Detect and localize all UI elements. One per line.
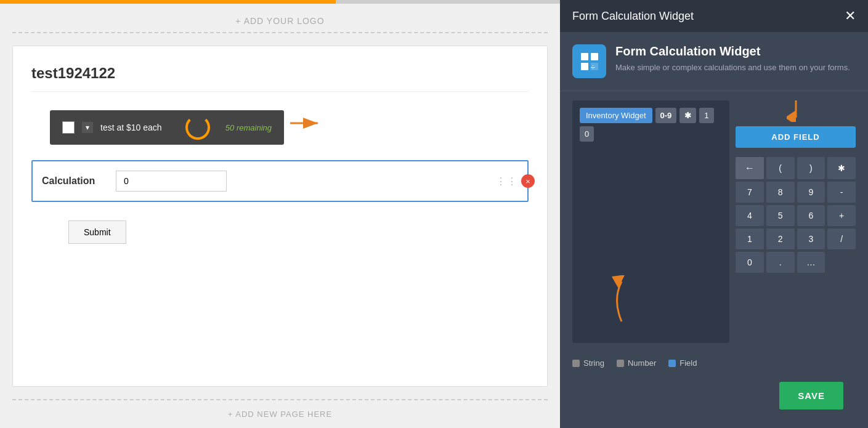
widget-name: Form Calculation Widget xyxy=(615,44,850,59)
submit-button[interactable]: Submit xyxy=(68,220,126,244)
legend-field: Field xyxy=(668,358,697,368)
widget-desc-text: Make simple or complex calculations and … xyxy=(615,62,850,73)
key-ellipsis[interactable]: … xyxy=(797,252,825,273)
up-arrow-svg xyxy=(606,275,637,325)
calculator-area: Inventory Widget 0-9 ✱ 1 0 xyxy=(560,91,868,352)
calc-input[interactable] xyxy=(116,171,227,192)
legend-field-label: Field xyxy=(679,358,697,368)
legend-string-label: String xyxy=(583,358,604,368)
calculation-row: Calculation ⋮⋮ × xyxy=(31,160,529,202)
drag-dots: ⋮⋮ xyxy=(496,176,518,187)
add-page-text[interactable]: + ADD NEW PAGE HERE xyxy=(228,410,332,419)
key-8[interactable]: 8 xyxy=(766,182,795,203)
down-arrow-svg xyxy=(787,100,805,122)
key-empty xyxy=(827,252,856,273)
legend-number-label: Number xyxy=(628,358,656,368)
formula-arrow-annotation xyxy=(606,275,637,325)
add-field-button[interactable]: ADD FIELD xyxy=(736,126,856,148)
delete-btn[interactable]: × xyxy=(521,174,535,188)
inventory-field: ▾ test at $10 each 50 remaining xyxy=(50,110,284,145)
svg-text:÷: ÷ xyxy=(591,63,595,71)
legend-string: String xyxy=(572,358,604,368)
add-field-arrow: ADD FIELD xyxy=(736,100,856,151)
remaining-text: 50 remaining xyxy=(225,123,272,132)
token-1[interactable]: 1 xyxy=(699,108,713,123)
formula-tokens: Inventory Widget 0-9 ✱ 1 0 xyxy=(580,108,722,142)
key-1[interactable]: 1 xyxy=(736,228,764,249)
panel-title: Form Calculation Widget xyxy=(572,10,694,23)
key-dot[interactable]: . xyxy=(766,252,795,273)
formula-area: Inventory Widget 0-9 ✱ 1 0 xyxy=(572,100,729,343)
legend: String Number Field xyxy=(560,352,868,371)
legend-number: Number xyxy=(617,358,656,368)
svg-rect-2 xyxy=(581,53,588,60)
dropdown-btn[interactable]: ▾ xyxy=(82,122,93,133)
key-3[interactable]: 3 xyxy=(797,228,825,249)
svg-rect-4 xyxy=(581,63,588,70)
key-open-paren[interactable]: ( xyxy=(766,157,795,179)
keypad-grid: ← ( ) ✱ 7 8 9 - 4 5 6 + 1 2 3 / 0 xyxy=(736,157,856,273)
key-9[interactable]: 9 xyxy=(797,182,825,203)
legend-number-dot xyxy=(617,360,624,367)
add-logo-text[interactable]: + ADD YOUR LOGO xyxy=(235,16,324,26)
token-range[interactable]: 0-9 xyxy=(655,108,677,123)
key-backspace[interactable]: ← xyxy=(736,157,764,179)
form-canvas: test1924122 ▾ test at $10 each 50 remain… xyxy=(12,46,548,387)
spinner-icon xyxy=(185,115,210,140)
legend-string-dot xyxy=(572,360,580,367)
key-4[interactable]: 4 xyxy=(736,205,764,226)
keypad-area: ADD FIELD ← ( ) ✱ 7 8 9 - 4 5 6 + 1 2 xyxy=(736,100,856,343)
inventory-checkbox[interactable] xyxy=(62,121,75,134)
token-multiply[interactable]: ✱ xyxy=(679,108,696,123)
save-area: SAVE xyxy=(560,371,868,428)
key-6[interactable]: 6 xyxy=(797,205,825,226)
key-5[interactable]: 5 xyxy=(766,205,795,226)
token-inventory-widget[interactable]: Inventory Widget xyxy=(580,108,652,123)
legend-field-dot xyxy=(668,360,676,367)
save-button[interactable]: SAVE xyxy=(779,382,843,410)
close-button[interactable]: ✕ xyxy=(845,9,856,23)
key-0[interactable]: 0 xyxy=(736,252,764,273)
svg-rect-3 xyxy=(591,53,598,60)
widget-icon: ÷ xyxy=(572,44,606,78)
widget-description: Form Calculation Widget Make simple or c… xyxy=(615,44,850,73)
key-divide[interactable]: / xyxy=(827,228,856,249)
left-panel: + ADD YOUR LOGO test1924122 ▾ test at $1… xyxy=(0,0,560,428)
logo-area[interactable]: + ADD YOUR LOGO xyxy=(12,4,548,33)
right-panel: Form Calculation Widget ✕ ÷ Form Calcula… xyxy=(560,0,868,428)
calculator-icon: ÷ xyxy=(580,52,599,71)
calc-label: Calculation xyxy=(42,176,103,187)
key-2[interactable]: 2 xyxy=(766,228,795,249)
panel-header: Form Calculation Widget ✕ xyxy=(560,0,868,32)
widget-info: ÷ Form Calculation Widget Make simple or… xyxy=(560,32,868,91)
right-arrow-annotation xyxy=(287,114,324,135)
key-plus[interactable]: + xyxy=(827,205,856,226)
key-7[interactable]: 7 xyxy=(736,182,764,203)
key-multiply-op[interactable]: ✱ xyxy=(827,157,856,179)
add-page-area[interactable]: + ADD NEW PAGE HERE xyxy=(12,399,548,428)
key-close-paren[interactable]: ) xyxy=(797,157,825,179)
token-0[interactable]: 0 xyxy=(580,126,594,142)
key-minus[interactable]: - xyxy=(827,182,856,203)
form-title: test1924122 xyxy=(31,65,529,92)
